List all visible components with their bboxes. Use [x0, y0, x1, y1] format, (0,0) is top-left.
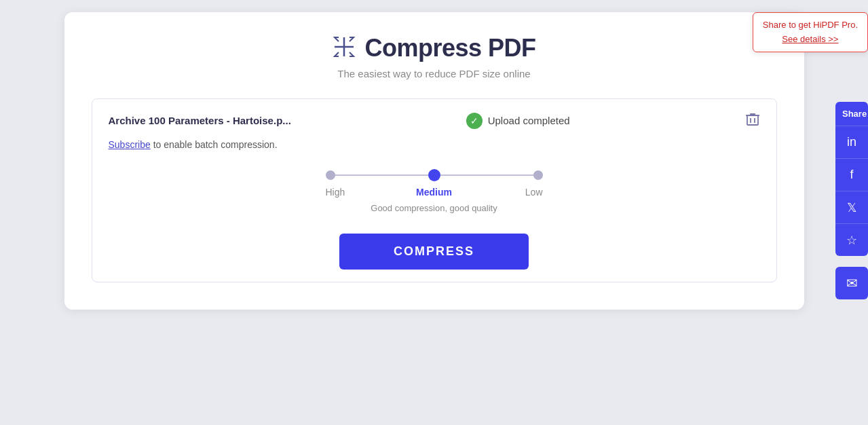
share-panel: Share in f 𝕏 ☆ ✉	[835, 102, 868, 299]
compression-description: Good compression, good quality	[371, 203, 497, 213]
facebook-share-button[interactable]: f	[835, 158, 868, 191]
header: Compress PDF The easiest way to reduce P…	[92, 34, 777, 79]
slider-line-left	[335, 174, 428, 176]
delete-icon[interactable]	[745, 111, 760, 130]
compress-pdf-icon	[332, 35, 356, 62]
star-icon: ☆	[846, 233, 857, 248]
subscribe-suffix: to enable batch compression.	[151, 139, 278, 150]
subscribe-row: Subscribe to enable batch compression.	[109, 139, 760, 150]
email-button[interactable]: ✉	[835, 267, 868, 299]
favorite-button[interactable]: ☆	[835, 223, 868, 256]
upload-check-icon: ✓	[466, 113, 483, 129]
twitter-icon: 𝕏	[847, 200, 857, 215]
label-low: Low	[502, 187, 543, 198]
slider-section: High Medium Low Good compression, good q…	[109, 169, 760, 213]
header-title: Compress PDF	[92, 34, 777, 62]
slider-line-right	[440, 174, 533, 176]
svg-rect-2	[747, 115, 758, 125]
slider-dot-low[interactable]	[533, 170, 543, 180]
promo-tooltip: Share to get HiPDF Pro. See details >>	[753, 12, 868, 52]
subscribe-link[interactable]: Subscribe	[109, 139, 151, 150]
label-high: High	[326, 187, 366, 198]
file-header: Archive 100 Parameters - Hartoise.p... ✓…	[109, 111, 760, 130]
file-row: Archive 100 Parameters - Hartoise.p... ✓…	[92, 98, 777, 282]
page-wrapper: Share to get HiPDF Pro. See details >>	[0, 7, 868, 425]
page-subtitle: The easiest way to reduce PDF size onlin…	[92, 68, 777, 79]
page-title: Compress PDF	[364, 34, 535, 62]
main-card: Compress PDF The easiest way to reduce P…	[64, 12, 804, 310]
promo-link[interactable]: See details >>	[782, 34, 838, 44]
file-name: Archive 100 Parameters - Hartoise.p...	[109, 115, 291, 126]
slider-labels: High Medium Low	[326, 187, 543, 198]
upload-status: ✓ Upload completed	[466, 113, 570, 129]
linkedin-share-button[interactable]: in	[835, 126, 868, 158]
twitter-share-button[interactable]: 𝕏	[835, 191, 868, 223]
slider-track[interactable]	[326, 169, 543, 181]
linkedin-icon: in	[847, 135, 856, 149]
email-icon: ✉	[846, 275, 858, 291]
slider-dot-high[interactable]	[326, 170, 335, 180]
promo-main-text: Share to get HiPDF Pro.	[763, 20, 858, 30]
label-medium: Medium	[414, 187, 455, 198]
upload-status-text: Upload completed	[488, 115, 570, 126]
facebook-icon: f	[850, 168, 853, 182]
compress-button[interactable]: COMPRESS	[339, 234, 529, 270]
slider-dot-medium[interactable]	[428, 169, 440, 181]
share-label: Share	[835, 102, 868, 126]
